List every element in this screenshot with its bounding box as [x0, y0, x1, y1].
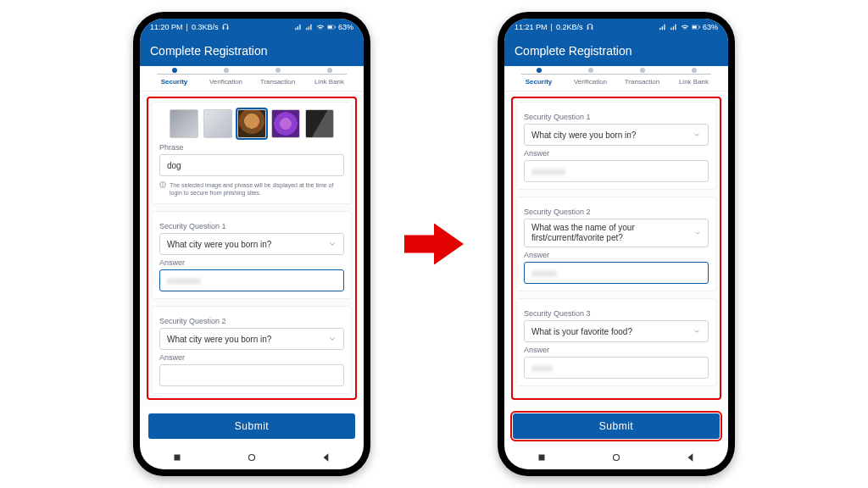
status-right: 63%: [659, 23, 718, 31]
android-nav: [504, 446, 728, 469]
q1-answer-label: Answer: [524, 149, 709, 158]
q1-label: Security Question 1: [159, 222, 344, 230]
q1-select[interactable]: What city were you born in?: [159, 233, 344, 255]
recent-apps-icon[interactable]: [171, 452, 183, 463]
status-left: 11:21 PM | 0.2KB/s: [515, 23, 594, 31]
submit-row: Submit: [140, 407, 364, 446]
phrase-input[interactable]: dog: [159, 154, 344, 176]
submit-button[interactable]: Submit: [513, 413, 720, 439]
arrow-right-icon: [404, 219, 464, 269]
svg-rect-9: [693, 25, 697, 28]
content: Phrase dog The selected image and phrase…: [140, 92, 364, 407]
svg-point-12: [614, 455, 620, 461]
image-option[interactable]: [271, 109, 300, 138]
signal-icon: [659, 23, 667, 31]
q2-select[interactable]: What was the name of your first/current/…: [524, 219, 709, 247]
phrase-info: The selected image and phrase will be di…: [159, 181, 344, 197]
chevron-down-icon: [328, 240, 337, 248]
q2-answer-input[interactable]: xxxxxx: [524, 262, 709, 284]
back-icon[interactable]: [685, 452, 697, 463]
chevron-down-icon: [694, 229, 701, 237]
q1-answer-input[interactable]: xxxxxxxx: [524, 160, 709, 182]
status-rate: 0.3KB/s: [192, 23, 219, 31]
battery-pct: 63%: [338, 23, 353, 31]
battery-pct: 63%: [703, 23, 718, 31]
svg-rect-6: [175, 455, 181, 461]
step-security[interactable]: Security: [513, 71, 565, 86]
q1-select[interactable]: What city were you born in?: [524, 124, 709, 146]
submit-row: Submit: [504, 407, 728, 446]
status-time: 11:21 PM: [515, 23, 548, 31]
image-option[interactable]: [203, 109, 232, 138]
battery-icon: [692, 23, 700, 31]
q2-answer-label: Answer: [524, 251, 709, 259]
step-security[interactable]: Security: [148, 71, 200, 86]
submit-button[interactable]: Submit: [148, 413, 355, 439]
q3-label: Security Question 3: [524, 309, 709, 318]
q3-select[interactable]: What is your favorite food?: [524, 320, 709, 342]
q1-card: Security Question 1 What city were you b…: [152, 211, 352, 299]
step-verification[interactable]: Verification: [565, 71, 616, 86]
signal-icon: [670, 23, 678, 31]
q3-answer-input[interactable]: xxxxx: [524, 357, 709, 379]
image-option[interactable]: [170, 109, 198, 138]
svg-rect-11: [539, 455, 545, 461]
phone-left: 11:20 PM | 0.3KB/s 63% Complete Registra…: [133, 12, 370, 476]
highlight-box: Phrase dog The selected image and phrase…: [147, 97, 357, 400]
step-transaction[interactable]: Transaction: [616, 71, 668, 86]
q1-card: Security Question 1 What city were you b…: [516, 102, 716, 190]
back-icon[interactable]: [320, 452, 332, 463]
svg-rect-10: [699, 26, 700, 28]
image-option-selected[interactable]: [237, 109, 266, 138]
q2-card: Security Question 2 What city were you b…: [152, 306, 352, 394]
chevron-down-icon: [693, 130, 701, 139]
wifi-icon: [316, 23, 325, 31]
q2-label: Security Question 2: [159, 317, 344, 325]
phone-right: 11:21 PM | 0.2KB/s 63% Complete Registra…: [498, 12, 735, 476]
status-left: 11:20 PM | 0.3KB/s: [150, 23, 230, 31]
phrase-card: Phrase dog The selected image and phrase…: [152, 102, 352, 204]
q3-answer-label: Answer: [524, 346, 709, 354]
signal-icon: [294, 23, 303, 31]
step-linkbank[interactable]: Link Bank: [668, 71, 720, 86]
image-picker: [159, 109, 344, 138]
stepper: Security Verification Transaction Link B…: [504, 66, 728, 92]
q2-label: Security Question 2: [524, 208, 709, 216]
screen: 11:20 PM | 0.3KB/s 63% Complete Registra…: [140, 19, 364, 469]
highlight-box: Security Question 1 What city were you b…: [511, 97, 721, 400]
q1-answer-input[interactable]: xxxxxxxx: [159, 269, 344, 291]
q2-answer-label: Answer: [159, 353, 344, 362]
q2-answer-input[interactable]: [159, 364, 344, 386]
status-bar: 11:20 PM | 0.3KB/s 63%: [140, 19, 364, 36]
signal-icon: [305, 23, 314, 31]
step-verification[interactable]: Verification: [200, 71, 252, 86]
image-option[interactable]: [305, 109, 334, 138]
step-transaction[interactable]: Transaction: [252, 71, 303, 86]
svg-rect-5: [163, 183, 164, 184]
app-bar: Complete Registration: [140, 36, 364, 66]
status-bar: 11:21 PM | 0.2KB/s 63%: [504, 19, 728, 36]
status-rate: 0.2KB/s: [556, 23, 583, 31]
stepper: Security Verification Transaction Link B…: [140, 66, 364, 92]
recent-apps-icon[interactable]: [536, 452, 548, 463]
status-time: 11:20 PM: [150, 23, 183, 31]
headphone-icon: [221, 23, 230, 31]
chevron-down-icon: [693, 327, 701, 336]
q1-answer-label: Answer: [159, 258, 344, 267]
svg-point-7: [249, 455, 255, 461]
content: Security Question 1 What city were you b…: [504, 92, 728, 407]
chevron-down-icon: [328, 335, 337, 343]
app-bar: Complete Registration: [504, 36, 728, 66]
screen: 11:21 PM | 0.2KB/s 63% Complete Registra…: [504, 19, 728, 469]
home-icon[interactable]: [610, 452, 622, 463]
q3-card: Security Question 3 What is your favorit…: [516, 298, 716, 386]
home-icon[interactable]: [246, 452, 258, 463]
svg-rect-2: [335, 26, 336, 28]
page-title: Complete Registration: [515, 44, 632, 58]
wifi-icon: [681, 23, 689, 31]
svg-rect-4: [163, 184, 164, 186]
headphone-icon: [586, 23, 594, 31]
flow-arrow: [404, 219, 464, 269]
step-linkbank[interactable]: Link Bank: [303, 71, 355, 86]
q2-select[interactable]: What city were you born in?: [159, 328, 344, 350]
